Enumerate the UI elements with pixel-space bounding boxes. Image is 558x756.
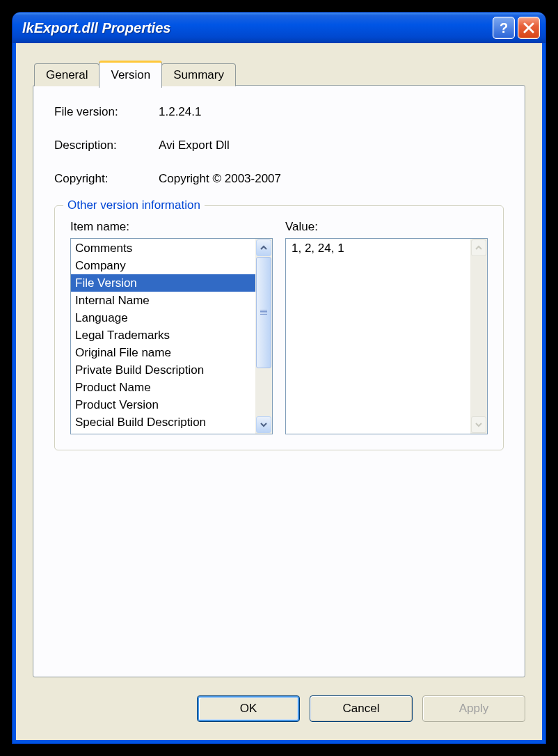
list-item[interactable]: Internal Name	[71, 292, 255, 309]
version-panel: File version: 1.2.24.1 Description: Avi …	[33, 85, 525, 677]
cancel-button[interactable]: Cancel	[310, 695, 413, 722]
scroll-down-button	[471, 416, 486, 433]
apply-button: Apply	[422, 695, 525, 722]
item-name-listbox[interactable]: CommentsCompanyFile VersionInternal Name…	[70, 238, 273, 434]
help-button[interactable]: ?	[493, 17, 515, 39]
description-label: Description:	[54, 139, 159, 152]
listbox-scrollbar[interactable]	[255, 239, 272, 434]
copyright-value: Copyright © 2003-2007	[159, 172, 504, 186]
list-item[interactable]: Product Version	[71, 396, 255, 414]
titlebar-buttons: ?	[493, 17, 540, 39]
value-textbox[interactable]: 1, 2, 24, 1	[285, 238, 488, 434]
chevron-down-icon	[475, 421, 482, 428]
list-item[interactable]: Legal Trademarks	[71, 326, 255, 344]
list-item[interactable]: File Version	[71, 274, 255, 292]
chevron-up-icon	[475, 244, 482, 251]
tab-version[interactable]: Version	[99, 61, 162, 88]
ok-button[interactable]: OK	[197, 695, 300, 722]
list-item[interactable]: Private Build Description	[71, 361, 255, 379]
value-scrollbar	[470, 239, 487, 434]
description-value: Avi Export Dll	[159, 139, 504, 152]
file-version-label: File version:	[54, 105, 159, 119]
list-item[interactable]: Original File name	[71, 344, 255, 361]
client-area: General Version Summary File version: 1.…	[16, 43, 542, 740]
item-name-column: Item name: CommentsCompanyFile VersionIn…	[70, 220, 273, 434]
scroll-down-button[interactable]	[256, 416, 271, 433]
list-item[interactable]: Comments	[71, 239, 255, 257]
value-text: 1, 2, 24, 1	[286, 239, 470, 434]
chevron-up-icon	[260, 244, 267, 251]
description-row: Description: Avi Export Dll	[54, 139, 504, 152]
properties-window: lkExport.dll Properties ? General Versio…	[13, 13, 545, 743]
scroll-up-button[interactable]	[256, 239, 271, 256]
list-item[interactable]: Company	[71, 257, 255, 274]
file-version-row: File version: 1.2.24.1	[54, 105, 504, 119]
scrollbar-track[interactable]	[256, 257, 271, 416]
dialog-buttons: OK Cancel Apply	[197, 695, 525, 722]
tab-summary[interactable]: Summary	[161, 63, 236, 86]
list-item[interactable]: Language	[71, 309, 255, 326]
copyright-label: Copyright:	[54, 172, 159, 186]
close-button[interactable]	[518, 17, 540, 39]
chevron-down-icon	[260, 421, 267, 428]
scroll-up-button	[471, 239, 486, 256]
copyright-row: Copyright: Copyright © 2003-2007	[54, 172, 504, 186]
other-version-info-group: Other version information Item name: Com…	[54, 205, 504, 450]
list-item[interactable]: Product Name	[71, 379, 255, 396]
item-name-label: Item name:	[70, 220, 273, 234]
window-title: lkExport.dll Properties	[22, 20, 493, 36]
tab-general[interactable]: General	[34, 63, 99, 86]
scrollbar-thumb[interactable]	[256, 257, 271, 368]
group-legend: Other version information	[63, 198, 205, 212]
value-label: Value:	[285, 220, 488, 234]
list-item[interactable]: Special Build Description	[71, 414, 255, 431]
file-version-value: 1.2.24.1	[159, 105, 504, 119]
titlebar[interactable]: lkExport.dll Properties ?	[13, 13, 545, 43]
tab-strip: General Version Summary	[34, 61, 235, 86]
help-icon: ?	[500, 20, 508, 36]
scrollbar-track	[471, 257, 486, 416]
close-icon	[523, 22, 535, 34]
value-column: Value: 1, 2, 24, 1	[285, 220, 488, 434]
